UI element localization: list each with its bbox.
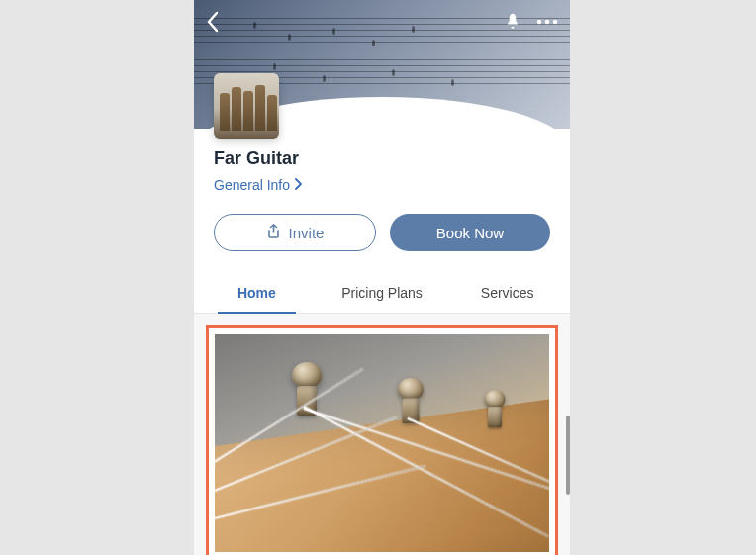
nav-bar: [194, 0, 570, 44]
tabs: Home Pricing Plans Services: [194, 275, 570, 314]
content-area: [194, 314, 570, 555]
tab-services[interactable]: Services: [444, 275, 570, 313]
actions-row: Invite Book Now: [194, 194, 570, 251]
scrollbar[interactable]: [566, 416, 570, 495]
general-info-link[interactable]: General Info: [214, 177, 302, 193]
featured-image-frame[interactable]: [206, 325, 558, 555]
svg-point-0: [537, 20, 541, 24]
featured-image: [215, 334, 549, 552]
app-screen: Far Guitar General Info Invite Book No: [194, 0, 570, 555]
more-icon[interactable]: [536, 19, 558, 25]
avatar[interactable]: [214, 73, 279, 139]
svg-point-2: [553, 20, 557, 24]
header: [194, 0, 570, 129]
profile-body: Far Guitar General Info Invite Book No: [194, 129, 570, 555]
tab-label: Services: [481, 285, 534, 301]
tab-label: Pricing Plans: [341, 285, 423, 301]
invite-label: Invite: [289, 225, 325, 241]
book-now-button[interactable]: Book Now: [390, 214, 550, 251]
general-info-label: General Info: [214, 177, 290, 193]
tab-home[interactable]: Home: [194, 275, 320, 313]
share-icon: [266, 224, 281, 242]
page-title: Far Guitar: [214, 148, 570, 169]
book-label: Book Now: [436, 225, 504, 241]
chevron-right-icon: [294, 177, 302, 193]
bell-icon[interactable]: [503, 12, 522, 32]
tab-pricing-plans[interactable]: Pricing Plans: [320, 275, 445, 313]
back-icon[interactable]: [206, 11, 220, 33]
svg-point-1: [545, 20, 549, 24]
invite-button[interactable]: Invite: [214, 214, 376, 251]
tab-label: Home: [237, 285, 276, 301]
